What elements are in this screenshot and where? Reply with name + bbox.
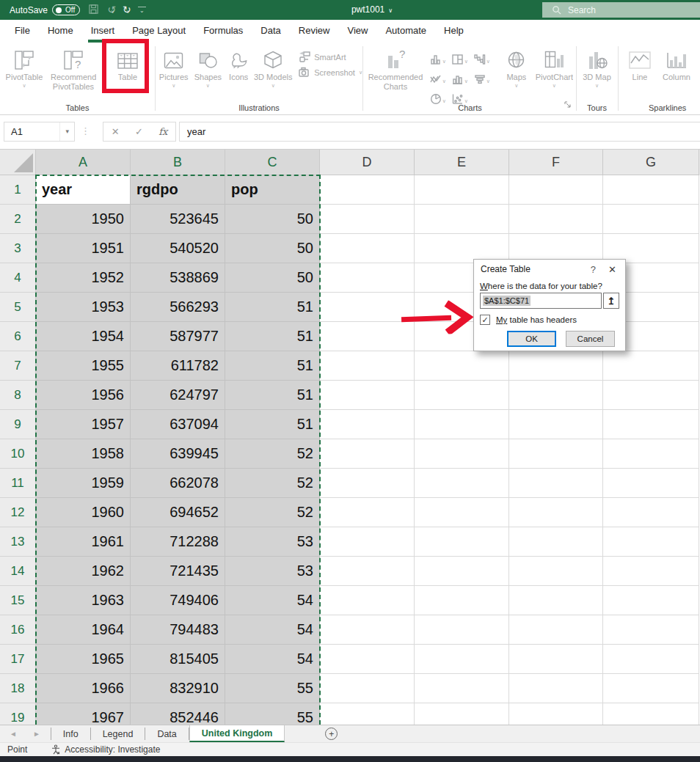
row-header-11[interactable]: 11	[0, 469, 36, 498]
column-header-c[interactable]: C	[225, 150, 320, 175]
ribbon-tab-formulas[interactable]: Formulas	[194, 20, 252, 43]
cell-A19[interactable]: 1967	[36, 703, 131, 725]
cell-C11[interactable]: 52	[225, 469, 320, 498]
cell-F7[interactable]	[509, 351, 603, 381]
undo-button[interactable]: ↺∨	[107, 4, 114, 15]
cell-A2[interactable]: 1950	[36, 205, 131, 234]
row-header-3[interactable]: 3	[0, 234, 36, 263]
cell-G18[interactable]	[603, 674, 699, 703]
cell-D18[interactable]	[320, 674, 415, 703]
ribbon-tab-help[interactable]: Help	[435, 20, 473, 43]
row-header-1[interactable]: 1	[0, 175, 36, 205]
ribbon-tab-file[interactable]: File	[6, 20, 39, 43]
select-all-corner[interactable]	[0, 150, 36, 175]
column-header-a[interactable]: A	[36, 150, 131, 175]
ribbon-tab-view[interactable]: View	[338, 20, 376, 43]
cell-C19[interactable]: 55	[225, 703, 320, 725]
cell-G1[interactable]	[603, 175, 699, 205]
cancel-entry-icon[interactable]: ✕	[112, 126, 120, 137]
cell-E13[interactable]	[415, 527, 509, 557]
cell-D7[interactable]	[320, 351, 415, 381]
cell-C1[interactable]: pop	[225, 175, 320, 205]
cell-E10[interactable]	[415, 439, 509, 469]
cell-G9[interactable]	[603, 410, 699, 439]
cell-A3[interactable]: 1951	[36, 234, 131, 263]
cell-C4[interactable]: 50	[225, 263, 320, 293]
column-header-g[interactable]: G	[603, 150, 699, 175]
cell-C12[interactable]: 52	[225, 498, 320, 527]
cell-D15[interactable]	[320, 586, 415, 615]
new-sheet-button[interactable]: +	[325, 725, 338, 742]
cell-G13[interactable]	[603, 527, 699, 557]
cell-D16[interactable]	[320, 615, 415, 645]
cell-F10[interactable]	[509, 439, 603, 469]
cell-E19[interactable]	[415, 703, 509, 725]
row-header-8[interactable]: 8	[0, 381, 36, 410]
cell-B7[interactable]: 611782	[131, 351, 225, 381]
cell-F13[interactable]	[509, 527, 603, 557]
cell-C9[interactable]: 51	[225, 410, 320, 439]
cell-B16[interactable]: 794483	[131, 615, 225, 645]
column-chart-button[interactable]: ∨	[427, 49, 449, 69]
cell-E15[interactable]	[415, 586, 509, 615]
cell-D8[interactable]	[320, 381, 415, 410]
maps-button[interactable]: Maps ∨	[500, 45, 533, 89]
cell-D10[interactable]	[320, 439, 415, 469]
ok-button[interactable]: OK	[507, 331, 556, 347]
cell-B18[interactable]: 832910	[131, 674, 225, 703]
collapse-dialog-icon[interactable]: ↥	[603, 293, 619, 309]
recommended-charts-button[interactable]: ? Recommended Charts	[364, 45, 427, 92]
cell-D2[interactable]	[320, 205, 415, 234]
cell-F9[interactable]	[509, 410, 603, 439]
cell-A11[interactable]: 1959	[36, 469, 131, 498]
cell-C10[interactable]: 52	[225, 439, 320, 469]
cell-A12[interactable]: 1960	[36, 498, 131, 527]
insert-function-icon[interactable]: fx	[158, 126, 167, 137]
cell-B10[interactable]: 639945	[131, 439, 225, 469]
cell-E17[interactable]	[415, 645, 509, 674]
cell-F11[interactable]	[509, 469, 603, 498]
row-header-10[interactable]: 10	[0, 439, 36, 469]
cell-F19[interactable]	[509, 703, 603, 725]
cell-B2[interactable]: 523645	[131, 205, 225, 234]
cell-D11[interactable]	[320, 469, 415, 498]
ribbon-tab-home[interactable]: Home	[39, 20, 82, 43]
cell-F17[interactable]	[509, 645, 603, 674]
cell-B1[interactable]: rgdpo	[131, 175, 225, 205]
ribbon-tab-automate[interactable]: Automate	[376, 20, 435, 43]
sheet-tab-legend[interactable]: Legend	[91, 728, 146, 740]
row-header-4[interactable]: 4	[0, 263, 36, 293]
cell-B17[interactable]: 815405	[131, 645, 225, 674]
sheet-tab-united-kingdom[interactable]: United Kingdom	[189, 725, 285, 742]
cell-B13[interactable]: 712288	[131, 527, 225, 557]
redo-button[interactable]: ↻∨	[123, 4, 130, 15]
cell-G7[interactable]	[603, 351, 699, 381]
cell-E18[interactable]	[415, 674, 509, 703]
cell-B8[interactable]: 624797	[131, 381, 225, 410]
row-header-6[interactable]: 6	[0, 322, 36, 351]
sheet-nav-right-icon[interactable]: ►	[33, 730, 40, 738]
cell-F18[interactable]	[509, 674, 603, 703]
cell-D4[interactable]	[320, 263, 415, 293]
cell-D17[interactable]	[320, 645, 415, 674]
row-header-7[interactable]: 7	[0, 351, 36, 381]
cell-B14[interactable]: 721435	[131, 557, 225, 586]
save-icon[interactable]	[88, 4, 99, 17]
cell-B15[interactable]: 749406	[131, 586, 225, 615]
cell-G17[interactable]	[603, 645, 699, 674]
histogram-chart-button[interactable]: ∨	[449, 69, 471, 89]
sheet-tab-data[interactable]: Data	[145, 728, 189, 740]
3d-models-button[interactable]: 3D Models ∨	[253, 45, 293, 89]
row-header-5[interactable]: 5	[0, 293, 36, 322]
cell-E11[interactable]	[415, 469, 509, 498]
cell-E7[interactable]	[415, 351, 509, 381]
cell-A18[interactable]: 1966	[36, 674, 131, 703]
name-box-dropdown-icon[interactable]: ▾	[59, 122, 74, 141]
cell-F8[interactable]	[509, 381, 603, 410]
cell-F14[interactable]	[509, 557, 603, 586]
accessibility-status[interactable]: Accessibility: Investigate	[51, 744, 160, 755]
cell-C16[interactable]: 54	[225, 615, 320, 645]
cell-G2[interactable]	[603, 205, 699, 234]
cell-C18[interactable]: 55	[225, 674, 320, 703]
cell-A8[interactable]: 1956	[36, 381, 131, 410]
